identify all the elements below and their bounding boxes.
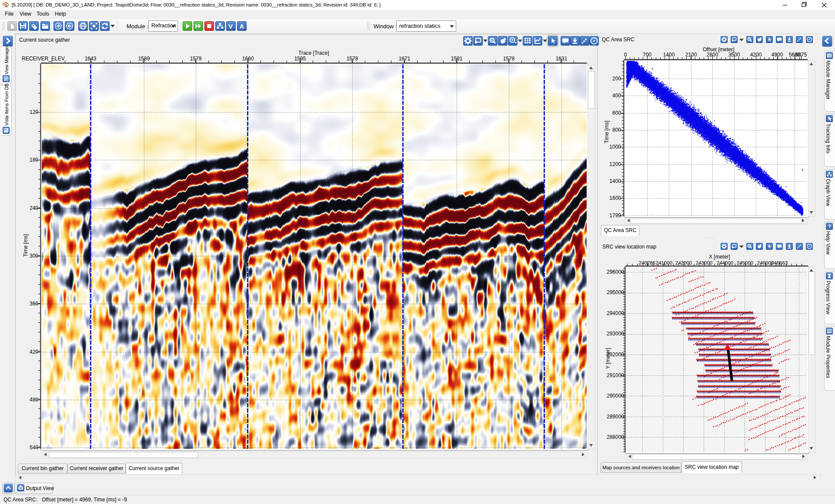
svg-text:g: g	[4, 3, 7, 7]
svg-text:?: ?	[828, 223, 831, 229]
svg-text:V: V	[228, 23, 233, 30]
svg-text:A: A	[240, 23, 244, 30]
